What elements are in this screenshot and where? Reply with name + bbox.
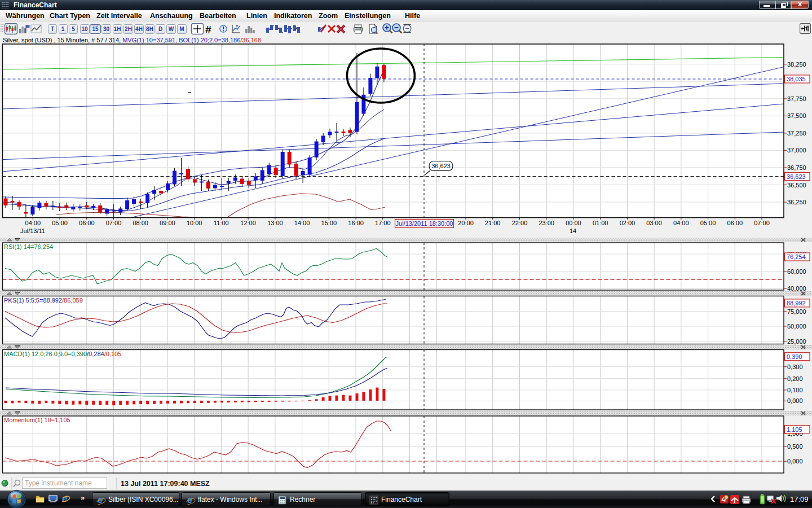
svg-text:11:00: 11:00 (214, 220, 229, 226)
svg-text:02:00: 02:00 (620, 220, 636, 226)
svg-text:MACD(1) 12.0;26.0;9.0=0,390/0,: MACD(1) 12.0;26.0;9.0=0,390/0,284/0,105 (4, 351, 121, 357)
svg-text:37,250: 37,250 (787, 130, 806, 137)
svg-text:36,750: 36,750 (787, 164, 806, 171)
svg-text:Jul/13/11: Jul/13/11 (20, 227, 45, 234)
svg-text:25,000: 25,000 (787, 338, 806, 345)
svg-text:04:00: 04:00 (673, 220, 689, 226)
svg-text:21:00: 21:00 (485, 220, 501, 226)
svg-text:36,250: 36,250 (787, 199, 806, 205)
svg-text:05:00: 05:00 (700, 220, 716, 226)
svg-text:Momentum(1) 10=1,105: Momentum(1) 10=1,105 (4, 417, 70, 423)
svg-text:38,250: 38,250 (787, 61, 806, 68)
svg-text:20:00: 20:00 (458, 220, 474, 226)
svg-text:16:00: 16:00 (348, 220, 364, 226)
svg-text:07:00: 07:00 (106, 220, 122, 226)
svg-text:0,390: 0,390 (787, 353, 802, 360)
svg-text:0,300: 0,300 (787, 364, 803, 370)
svg-text:Silver, spot (USD) , 15 Minute: Silver, spot (USD) , 15 Minuten, # 57 / … (3, 37, 261, 43)
svg-text:0,500: 0,500 (787, 443, 803, 450)
svg-text:17:09: 17:09 (790, 495, 809, 503)
svg-text:Jul/13/2011 18:30:00: Jul/13/2011 18:30:00 (396, 220, 453, 227)
svg-text:22:00: 22:00 (512, 220, 528, 226)
svg-text:40,000: 40,000 (787, 285, 806, 292)
svg-text:Type instrument name: Type instrument name (25, 479, 92, 487)
svg-text:#: # (236, 24, 238, 28)
svg-text:01:00: 01:00 (593, 220, 608, 226)
svg-text:76,254: 76,254 (787, 253, 806, 260)
svg-text:17:00: 17:00 (375, 220, 391, 226)
svg-text:03:00: 03:00 (646, 220, 662, 226)
svg-text:04:00: 04:00 (25, 220, 41, 226)
svg-text:09:00: 09:00 (160, 220, 175, 226)
svg-text:37,500: 37,500 (787, 112, 806, 119)
svg-text:23:00: 23:00 (539, 220, 554, 226)
svg-text:06:00: 06:00 (79, 220, 95, 226)
svg-text:38,035: 38,035 (787, 76, 806, 82)
svg-text:0,200: 0,200 (787, 375, 803, 382)
svg-text:14: 14 (570, 227, 576, 234)
svg-text:e: e (62, 493, 67, 504)
svg-text:36,623: 36,623 (787, 173, 806, 180)
svg-text:13:00: 13:00 (267, 220, 283, 226)
svg-text:13 Jul 2011 17:09:40 MESZ: 13 Jul 2011 17:09:40 MESZ (121, 480, 210, 488)
svg-text:0,000: 0,000 (787, 458, 803, 465)
svg-text:88,992: 88,992 (787, 300, 806, 306)
svg-text:37,750: 37,750 (787, 95, 806, 102)
svg-text:0,100: 0,100 (787, 387, 803, 393)
svg-text:12:00: 12:00 (240, 220, 256, 226)
svg-text:05:00: 05:00 (52, 220, 68, 226)
svg-text:60,000: 60,000 (787, 268, 806, 275)
svg-text:36,500: 36,500 (787, 182, 806, 189)
svg-text:PKS(1) 5;5;5=88,992/86,059: PKS(1) 5;5;5=88,992/86,059 (4, 297, 83, 304)
svg-text:»: » (81, 493, 85, 502)
svg-text:08:00: 08:00 (133, 220, 148, 226)
svg-text:75,000: 75,000 (787, 308, 806, 315)
svg-text:15:00: 15:00 (321, 220, 337, 226)
svg-text:36,623: 36,623 (431, 163, 451, 169)
svg-text:14:00: 14:00 (294, 220, 310, 226)
svg-text:0,000: 0,000 (787, 397, 803, 404)
svg-text:50,000: 50,000 (787, 323, 806, 330)
svg-text:RSI(1) 14=76,254: RSI(1) 14=76,254 (4, 243, 53, 250)
svg-text:37,000: 37,000 (787, 147, 806, 154)
svg-text:#: # (205, 24, 211, 36)
svg-text:07:00: 07:00 (754, 220, 770, 226)
svg-text:1,105: 1,105 (787, 426, 802, 433)
svg-text:06:00: 06:00 (727, 220, 743, 226)
svg-text:10:00: 10:00 (187, 220, 202, 226)
svg-text:00:00: 00:00 (566, 220, 581, 226)
